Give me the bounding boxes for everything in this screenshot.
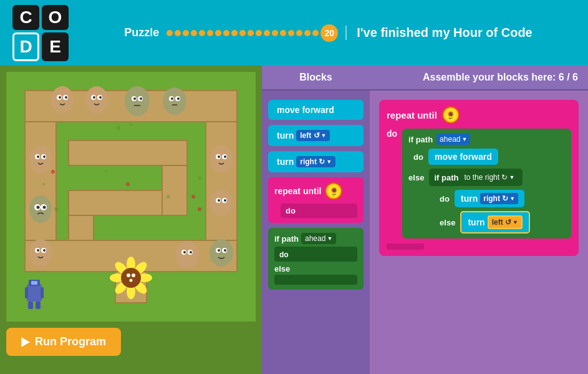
svg-point-10 bbox=[117, 126, 120, 130]
svg-point-12 bbox=[166, 195, 170, 199]
turn-right-block[interactable]: turn right ↻ ▼ bbox=[268, 151, 364, 172]
nested-if-path[interactable]: if path ahead ▼ do move forward bbox=[402, 129, 571, 239]
assembled-turn-right[interactable]: turn right ↻ ▼ bbox=[455, 190, 524, 207]
turn-left-block[interactable]: turn left ↺ ▼ bbox=[268, 125, 364, 146]
svg-point-51 bbox=[43, 206, 46, 209]
svg-rect-95 bbox=[36, 302, 41, 309]
assembled-repeat-block[interactable]: repeat until 🌻 do if path ahead ▼ bbox=[379, 100, 579, 256]
turn-left-dd[interactable]: left ↺ ▼ bbox=[488, 215, 523, 229]
svg-point-36 bbox=[140, 97, 142, 100]
blocks-content: move forward turn left ↺ ▼ turn right ↻ … bbox=[262, 91, 370, 299]
svg-point-32 bbox=[125, 86, 150, 116]
to-right-dropdown[interactable]: to the right ↻ ▼ bbox=[461, 172, 518, 183]
svg-point-61 bbox=[224, 155, 226, 158]
svg-rect-92 bbox=[25, 287, 28, 298]
bottom-connector bbox=[387, 244, 424, 250]
do-slot-repeat: do bbox=[281, 204, 357, 218]
svg-point-62 bbox=[210, 189, 233, 217]
svg-point-46 bbox=[43, 155, 46, 158]
dot-15 bbox=[280, 30, 286, 36]
puzzle-dots: 20 bbox=[166, 24, 338, 42]
dot-7 bbox=[215, 30, 221, 36]
puzzle-area: Puzzle 20 I've finished my Hour of Code bbox=[81, 24, 576, 42]
svg-point-20 bbox=[198, 207, 201, 211]
do-turn-right-row: do turn right ↻ ▼ bbox=[440, 190, 565, 207]
svg-point-27 bbox=[85, 86, 108, 114]
dot-17 bbox=[296, 30, 302, 36]
dot-2 bbox=[175, 30, 181, 36]
game-area: Run Program bbox=[0, 66, 262, 374]
assembled-move-forward[interactable]: move forward bbox=[428, 149, 498, 165]
dot-3 bbox=[183, 30, 189, 36]
run-program-button[interactable]: Run Program bbox=[6, 328, 121, 356]
svg-rect-7 bbox=[69, 190, 162, 215]
svg-rect-6 bbox=[162, 165, 187, 215]
dot-11 bbox=[248, 30, 254, 36]
logo[interactable]: C O D E bbox=[12, 5, 69, 61]
svg-point-86 bbox=[127, 273, 130, 277]
dot-16 bbox=[288, 30, 294, 36]
svg-rect-89 bbox=[27, 284, 42, 302]
play-icon bbox=[21, 337, 30, 347]
turn-right-dd[interactable]: right ↻ ▼ bbox=[480, 193, 518, 204]
svg-point-17 bbox=[42, 183, 45, 185]
logo-e: E bbox=[42, 32, 69, 61]
else-if-path-row: else if path to the right ↻ ▼ bbox=[408, 169, 565, 186]
dot-5 bbox=[199, 30, 205, 36]
svg-point-18 bbox=[126, 182, 130, 186]
finished-text[interactable]: I've finished my Hour of Code bbox=[345, 26, 532, 40]
svg-point-25 bbox=[59, 96, 61, 99]
header: C O D E Puzzle 20 bbox=[0, 0, 588, 66]
svg-point-14 bbox=[198, 176, 201, 180]
svg-point-31 bbox=[99, 96, 102, 99]
svg-point-42 bbox=[29, 145, 52, 173]
if-path-ahead-row: if path ahead ▼ bbox=[408, 134, 565, 145]
svg-point-70 bbox=[218, 249, 220, 252]
if-path-block-container: if path ahead ▼ do else bbox=[268, 228, 364, 290]
dot-18 bbox=[304, 30, 311, 36]
svg-point-85 bbox=[121, 268, 141, 288]
svg-point-52 bbox=[29, 239, 52, 267]
if-path-dropdown[interactable]: ahead ▼ bbox=[301, 233, 336, 244]
svg-point-22 bbox=[51, 86, 74, 114]
turn-left-dropdown[interactable]: left ↺ ▼ bbox=[296, 130, 330, 141]
svg-point-87 bbox=[132, 273, 135, 277]
svg-rect-93 bbox=[41, 287, 44, 298]
repeat-until-header: repeat until 🌻 bbox=[387, 106, 571, 124]
svg-point-75 bbox=[183, 251, 186, 253]
repeat-until-block[interactable]: repeat until 🌻 bbox=[274, 182, 357, 200]
dot-6 bbox=[207, 30, 213, 36]
svg-point-56 bbox=[43, 249, 46, 252]
dot-12 bbox=[256, 30, 262, 36]
svg-rect-94 bbox=[28, 302, 33, 309]
svg-point-65 bbox=[218, 199, 220, 202]
else-turn-left-row: else turn left ↺ ▼ bbox=[440, 211, 565, 234]
svg-rect-5 bbox=[69, 140, 187, 165]
svg-point-55 bbox=[37, 249, 39, 252]
dot-14 bbox=[272, 30, 278, 36]
logo-o: O bbox=[42, 5, 69, 30]
svg-point-76 bbox=[190, 251, 192, 253]
sunflower-icon: 🌻 bbox=[325, 182, 342, 200]
if-path-do: do bbox=[274, 247, 357, 262]
svg-point-47 bbox=[29, 195, 52, 223]
turn-right-dropdown[interactable]: right ↻ ▼ bbox=[296, 156, 335, 167]
svg-point-67 bbox=[210, 239, 233, 267]
svg-rect-91 bbox=[31, 281, 37, 285]
svg-rect-8 bbox=[69, 215, 94, 240]
if-path-header[interactable]: if path ahead ▼ bbox=[274, 233, 357, 244]
main-content: Run Program Blocks move forward turn lef… bbox=[0, 66, 588, 374]
blocks-panel: Blocks move forward turn left ↺ ▼ turn r… bbox=[262, 66, 370, 374]
dot-10 bbox=[239, 30, 246, 36]
else-if-path-block[interactable]: if path to the right ↻ ▼ bbox=[429, 169, 523, 186]
dot-1 bbox=[166, 30, 173, 36]
svg-point-11 bbox=[130, 124, 132, 126]
ahead-dropdown[interactable]: ahead ▼ bbox=[436, 134, 470, 145]
dot-current: 20 bbox=[321, 24, 338, 42]
move-forward-block[interactable]: move forward bbox=[268, 100, 364, 120]
dot-8 bbox=[223, 30, 229, 36]
do-move-forward-row: do move forward bbox=[413, 149, 565, 165]
assembled-turn-left[interactable]: turn left ↺ ▼ bbox=[460, 211, 529, 234]
do-section: do if path ahead ▼ do bbox=[387, 129, 571, 239]
svg-point-72 bbox=[175, 241, 199, 268]
